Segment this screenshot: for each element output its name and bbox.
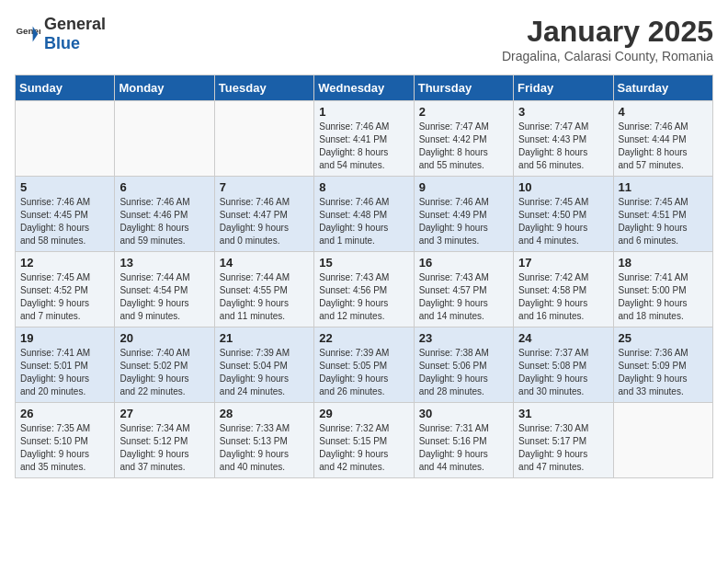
calendar-cell: 19Sunrise: 7:41 AM Sunset: 5:01 PM Dayli… [16, 327, 115, 403]
calendar-cell: 16Sunrise: 7:43 AM Sunset: 4:57 PM Dayli… [414, 252, 513, 327]
day-info: Sunrise: 7:37 AM Sunset: 5:08 PM Dayligh… [518, 347, 608, 398]
logo: General General Blue [15, 15, 106, 53]
day-info: Sunrise: 7:43 AM Sunset: 4:57 PM Dayligh… [419, 271, 508, 323]
calendar-cell: 11Sunrise: 7:45 AM Sunset: 4:51 PM Dayli… [613, 177, 712, 252]
day-number: 27 [119, 407, 209, 420]
day-info: Sunrise: 7:35 AM Sunset: 5:10 PM Dayligh… [20, 422, 109, 474]
day-info: Sunrise: 7:39 AM Sunset: 5:04 PM Dayligh… [220, 347, 309, 398]
day-number: 10 [518, 180, 608, 194]
calendar-cell: 15Sunrise: 7:43 AM Sunset: 4:56 PM Dayli… [314, 252, 414, 327]
day-number: 15 [319, 256, 408, 270]
calendar-cell: 3Sunrise: 7:47 AM Sunset: 4:43 PM Daylig… [514, 101, 613, 177]
day-info: Sunrise: 7:30 AM Sunset: 5:17 PM Dayligh… [518, 422, 608, 474]
calendar-cell: 12Sunrise: 7:45 AM Sunset: 4:52 PM Dayli… [16, 252, 115, 327]
day-info: Sunrise: 7:46 AM Sunset: 4:49 PM Dayligh… [419, 196, 508, 247]
day-number: 14 [220, 256, 309, 270]
day-info: Sunrise: 7:46 AM Sunset: 4:48 PM Dayligh… [319, 196, 408, 247]
calendar-cell: 10Sunrise: 7:45 AM Sunset: 4:50 PM Dayli… [514, 177, 613, 252]
day-info: Sunrise: 7:47 AM Sunset: 4:42 PM Dayligh… [419, 121, 508, 172]
day-info: Sunrise: 7:45 AM Sunset: 4:52 PM Dayligh… [20, 271, 109, 323]
day-info: Sunrise: 7:33 AM Sunset: 5:13 PM Dayligh… [220, 422, 309, 474]
calendar-cell [16, 101, 115, 177]
day-info: Sunrise: 7:46 AM Sunset: 4:45 PM Dayligh… [20, 196, 109, 247]
day-info: Sunrise: 7:40 AM Sunset: 5:02 PM Dayligh… [119, 347, 209, 398]
calendar-cell: 14Sunrise: 7:44 AM Sunset: 4:55 PM Dayli… [214, 252, 313, 327]
calendar-cell: 5Sunrise: 7:46 AM Sunset: 4:45 PM Daylig… [16, 177, 115, 252]
day-number: 24 [518, 331, 608, 345]
weekday-header-monday: Monday [115, 75, 214, 101]
week-row-2: 5Sunrise: 7:46 AM Sunset: 4:45 PM Daylig… [16, 177, 713, 252]
calendar-cell: 30Sunrise: 7:31 AM Sunset: 5:16 PM Dayli… [414, 403, 513, 478]
day-info: Sunrise: 7:42 AM Sunset: 4:58 PM Dayligh… [518, 271, 608, 323]
calendar-cell [214, 101, 313, 177]
weekday-header-saturday: Saturday [613, 75, 712, 101]
day-info: Sunrise: 7:45 AM Sunset: 4:51 PM Dayligh… [619, 196, 708, 247]
day-number: 22 [319, 331, 408, 345]
calendar-cell: 9Sunrise: 7:46 AM Sunset: 4:49 PM Daylig… [414, 177, 513, 252]
day-number: 19 [20, 331, 109, 345]
day-number: 9 [419, 180, 508, 194]
week-row-5: 26Sunrise: 7:35 AM Sunset: 5:10 PM Dayli… [16, 403, 713, 478]
day-number: 5 [20, 180, 109, 194]
day-number: 26 [20, 407, 109, 420]
calendar-cell [115, 101, 214, 177]
day-number: 20 [119, 331, 209, 345]
day-number: 6 [119, 180, 209, 194]
calendar-cell: 26Sunrise: 7:35 AM Sunset: 5:10 PM Dayli… [16, 403, 115, 478]
day-info: Sunrise: 7:45 AM Sunset: 4:50 PM Dayligh… [518, 196, 608, 247]
calendar-cell [613, 403, 712, 478]
day-info: Sunrise: 7:39 AM Sunset: 5:05 PM Dayligh… [319, 347, 408, 398]
day-number: 31 [518, 407, 608, 420]
calendar-cell: 7Sunrise: 7:46 AM Sunset: 4:47 PM Daylig… [214, 177, 313, 252]
calendar-cell: 20Sunrise: 7:40 AM Sunset: 5:02 PM Dayli… [115, 327, 214, 403]
calendar-table: SundayMondayTuesdayWednesdayThursdayFrid… [15, 75, 713, 478]
day-number: 25 [619, 331, 708, 345]
day-number: 28 [220, 407, 309, 420]
day-info: Sunrise: 7:46 AM Sunset: 4:46 PM Dayligh… [119, 196, 209, 247]
logo-icon: General [15, 21, 40, 47]
title-block: January 2025 Dragalina, Calarasi County,… [502, 15, 713, 63]
day-number: 2 [419, 105, 508, 119]
day-number: 11 [619, 180, 708, 194]
calendar-cell: 24Sunrise: 7:37 AM Sunset: 5:08 PM Dayli… [514, 327, 613, 403]
calendar-title: January 2025 [502, 15, 713, 49]
calendar-cell: 31Sunrise: 7:30 AM Sunset: 5:17 PM Dayli… [514, 403, 613, 478]
day-number: 7 [220, 180, 309, 194]
calendar-cell: 21Sunrise: 7:39 AM Sunset: 5:04 PM Dayli… [214, 327, 313, 403]
weekday-header-tuesday: Tuesday [214, 75, 313, 101]
calendar-cell: 17Sunrise: 7:42 AM Sunset: 4:58 PM Dayli… [514, 252, 613, 327]
calendar-cell: 4Sunrise: 7:46 AM Sunset: 4:44 PM Daylig… [613, 101, 712, 177]
calendar-cell: 13Sunrise: 7:44 AM Sunset: 4:54 PM Dayli… [115, 252, 214, 327]
page-header: General General Blue January 2025 Dragal… [15, 15, 713, 63]
logo-blue-text: Blue [44, 34, 80, 52]
day-number: 8 [319, 180, 408, 194]
calendar-cell: 28Sunrise: 7:33 AM Sunset: 5:13 PM Dayli… [214, 403, 313, 478]
calendar-cell: 22Sunrise: 7:39 AM Sunset: 5:05 PM Dayli… [314, 327, 414, 403]
day-info: Sunrise: 7:34 AM Sunset: 5:12 PM Dayligh… [119, 422, 209, 474]
day-number: 3 [518, 105, 608, 119]
day-info: Sunrise: 7:47 AM Sunset: 4:43 PM Dayligh… [518, 121, 608, 172]
logo-general-text: General [44, 15, 106, 33]
day-info: Sunrise: 7:38 AM Sunset: 5:06 PM Dayligh… [419, 347, 508, 398]
day-number: 13 [119, 256, 209, 270]
day-number: 30 [419, 407, 508, 420]
day-info: Sunrise: 7:46 AM Sunset: 4:47 PM Dayligh… [220, 196, 309, 247]
day-info: Sunrise: 7:31 AM Sunset: 5:16 PM Dayligh… [419, 422, 508, 474]
day-number: 1 [319, 105, 408, 119]
day-info: Sunrise: 7:44 AM Sunset: 4:54 PM Dayligh… [119, 271, 209, 323]
week-row-4: 19Sunrise: 7:41 AM Sunset: 5:01 PM Dayli… [16, 327, 713, 403]
calendar-cell: 6Sunrise: 7:46 AM Sunset: 4:46 PM Daylig… [115, 177, 214, 252]
calendar-cell: 29Sunrise: 7:32 AM Sunset: 5:15 PM Dayli… [314, 403, 414, 478]
day-info: Sunrise: 7:36 AM Sunset: 5:09 PM Dayligh… [619, 347, 708, 398]
weekday-header-wednesday: Wednesday [314, 75, 414, 101]
day-info: Sunrise: 7:41 AM Sunset: 5:01 PM Dayligh… [20, 347, 109, 398]
weekday-header-friday: Friday [514, 75, 613, 101]
day-number: 18 [619, 256, 708, 270]
day-number: 23 [419, 331, 508, 345]
calendar-cell: 8Sunrise: 7:46 AM Sunset: 4:48 PM Daylig… [314, 177, 414, 252]
day-number: 21 [220, 331, 309, 345]
calendar-cell: 25Sunrise: 7:36 AM Sunset: 5:09 PM Dayli… [613, 327, 712, 403]
calendar-cell: 27Sunrise: 7:34 AM Sunset: 5:12 PM Dayli… [115, 403, 214, 478]
day-info: Sunrise: 7:41 AM Sunset: 5:00 PM Dayligh… [619, 271, 708, 323]
day-number: 4 [619, 105, 708, 119]
